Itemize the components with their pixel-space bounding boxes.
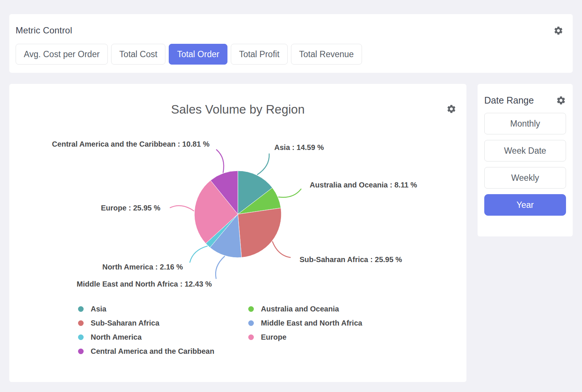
main-row: Sales Volume by Region Asia : 14.59 %Aus… bbox=[9, 84, 573, 382]
gear-icon bbox=[553, 26, 563, 36]
metric-button-total-revenue[interactable]: Total Revenue bbox=[291, 44, 362, 65]
pie-label-asia: Asia : 14.59 % bbox=[274, 143, 324, 151]
chart-settings-button[interactable] bbox=[446, 104, 456, 114]
legend-item-europe[interactable]: Europe bbox=[248, 330, 362, 344]
pie-label-sub-saharan-africa: Sub-Saharan Africa : 25.95 % bbox=[300, 255, 402, 264]
legend-label: Sub-Saharan Africa bbox=[91, 319, 159, 327]
metric-control-header: Metric Control bbox=[16, 25, 563, 36]
legend-label: Australia and Oceania bbox=[261, 305, 339, 313]
sales-volume-chart-panel: Sales Volume by Region Asia : 14.59 %Aus… bbox=[9, 84, 466, 382]
pie-slice-sub-saharan-africa[interactable] bbox=[238, 208, 281, 257]
pie-leader-line-asia bbox=[258, 154, 269, 175]
legend-marker-middle-east-and-north-africa bbox=[248, 320, 254, 326]
metric-button-total-cost[interactable]: Total Cost bbox=[111, 44, 165, 65]
date-range-panel: Date Range Monthly Week Date Weekly Year bbox=[478, 84, 573, 236]
legend-marker-australia-and-oceania bbox=[248, 306, 254, 312]
chart-title: Sales Volume by Region bbox=[9, 102, 466, 117]
metric-button-avg-cost-per-order[interactable]: Avg. Cost per Order bbox=[16, 44, 108, 65]
metric-settings-button[interactable] bbox=[553, 25, 563, 36]
legend-item-middle-east-and-north-africa[interactable]: Middle East and North Africa bbox=[248, 316, 362, 330]
legend-label: Europe bbox=[261, 333, 287, 342]
pie-leader-line-north-america bbox=[190, 246, 207, 262]
pie-label-central-america-and-the-caribbean: Central America and the Caribbean : 10.8… bbox=[52, 140, 210, 148]
legend-item-asia[interactable]: Asia bbox=[78, 302, 248, 316]
legend-item-sub-saharan-africa[interactable]: Sub-Saharan Africa bbox=[78, 316, 248, 330]
date-range-button-weekly[interactable]: Weekly bbox=[484, 167, 566, 189]
legend-marker-central-america-and-the-caribbean bbox=[78, 349, 84, 354]
legend-marker-europe bbox=[248, 334, 254, 340]
pie-label-europe: Europe : 25.95 % bbox=[101, 204, 161, 212]
date-range-settings-button[interactable] bbox=[556, 95, 566, 106]
pie-label-middle-east-and-north-africa: Middle East and North Africa : 12.43 % bbox=[77, 280, 212, 288]
date-range-button-week-date[interactable]: Week Date bbox=[484, 140, 566, 161]
metric-button-total-order[interactable]: Total Order bbox=[169, 44, 227, 65]
legend-label: North America bbox=[91, 333, 142, 342]
metric-control-title: Metric Control bbox=[16, 25, 72, 36]
dashboard-page: Metric Control Avg. Cost per Order Total… bbox=[0, 0, 582, 392]
pie-label-australia-and-oceania: Australia and Oceania : 8.11 % bbox=[310, 181, 417, 189]
metric-control-panel: Metric Control Avg. Cost per Order Total… bbox=[9, 14, 573, 73]
date-range-button-monthly[interactable]: Monthly bbox=[484, 113, 566, 134]
legend-label: Asia bbox=[91, 305, 106, 313]
legend-marker-north-america bbox=[78, 334, 84, 340]
gear-icon bbox=[556, 95, 566, 105]
pie-leader-line-sub-saharan-africa bbox=[272, 242, 290, 258]
metric-button-total-profit[interactable]: Total Profit bbox=[231, 44, 288, 65]
legend-item-central-america-and-the-caribbean[interactable]: Central America and the Caribbean bbox=[78, 344, 248, 358]
metric-button-row: Avg. Cost per Order Total Cost Total Ord… bbox=[16, 44, 563, 65]
date-range-header: Date Range bbox=[484, 95, 566, 106]
pie-chart: Asia : 14.59 %Australia and Oceania : 8.… bbox=[9, 125, 466, 295]
date-range-title: Date Range bbox=[484, 95, 534, 106]
legend-item-north-america[interactable]: North America bbox=[78, 330, 248, 344]
gear-icon bbox=[446, 104, 456, 114]
legend-marker-asia bbox=[78, 306, 84, 312]
pie-leader-line-europe bbox=[170, 206, 194, 211]
pie-leader-line-middle-east-and-north-africa bbox=[216, 256, 224, 278]
legend-label: Middle East and North Africa bbox=[261, 319, 362, 327]
pie-leader-line-australia-and-oceania bbox=[279, 189, 301, 197]
pie-leader-line-central-america-and-the-caribbean bbox=[217, 150, 224, 173]
pie-label-north-america: North America : 2.16 % bbox=[102, 263, 183, 271]
date-range-button-year[interactable]: Year bbox=[484, 194, 566, 216]
legend-marker-sub-saharan-africa bbox=[78, 320, 84, 326]
chart-legend: AsiaAustralia and OceaniaSub-Saharan Afr… bbox=[9, 302, 466, 358]
legend-label: Central America and the Caribbean bbox=[91, 347, 214, 356]
date-range-button-list: Monthly Week Date Weekly Year bbox=[484, 113, 566, 216]
legend-item-australia-and-oceania[interactable]: Australia and Oceania bbox=[248, 302, 362, 316]
